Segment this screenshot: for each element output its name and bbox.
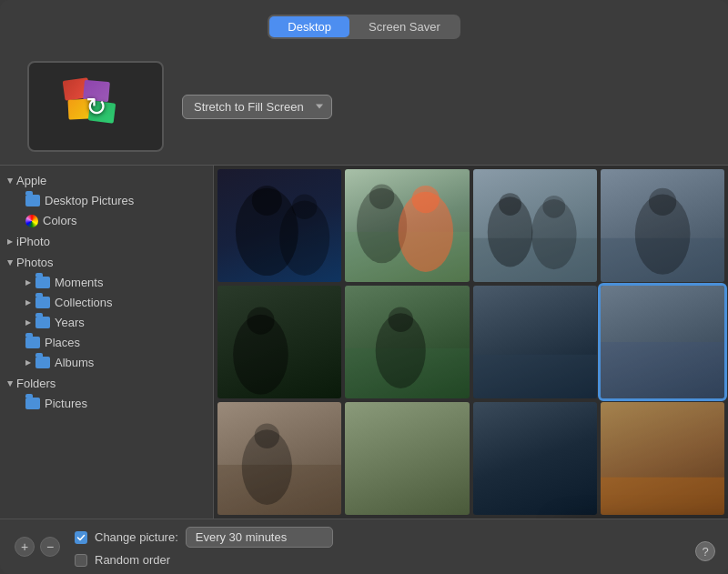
svg-point-8 [412,186,440,213]
remove-button[interactable]: − [40,537,60,557]
sidebar-item-pictures[interactable]: Pictures [4,394,209,413]
photo-cell-10[interactable] [345,402,469,515]
triangle-apple: ▶ [6,178,15,184]
photo-people-2 [345,169,469,282]
photo-area: When logging in When waking from sleep E… [214,166,728,519]
sidebar-item-collections[interactable]: ▶ Collections [4,293,209,312]
photo-people-8 [601,286,724,398]
sidebar-section-apple: ▶ Apple Desktop Pictures Colors [0,171,213,230]
photo-cell-6[interactable] [345,286,469,398]
controls-area: Stretch to Fill Screen Fill Screen Fit t… [182,95,332,119]
folder-icon-collections [35,297,50,308]
triangle-iphoto: ▶ [7,237,13,246]
photo-people-4 [601,169,724,282]
sidebar-label-pictures: Pictures [45,397,87,410]
add-button[interactable]: + [15,537,35,557]
svg-rect-22 [473,355,597,398]
photo-cell-4[interactable] [601,169,724,282]
preview-row: ↻ Stretch to Fill Screen Fill Screen Fit… [0,52,728,165]
svg-point-21 [389,307,414,332]
tab-desktop[interactable]: Desktop [269,16,349,37]
folder-icon-pictures [25,398,40,409]
triangle-photos: ▶ [6,260,15,266]
svg-point-26 [255,423,280,448]
folder-icon-desktop-pictures [25,195,40,206]
photo-cell-5[interactable] [217,286,341,398]
stretch-dropdown-wrapper[interactable]: Stretch to Fill Screen Fill Screen Fit t… [182,95,332,119]
sidebar-section-iphoto: ▶ iPhoto [0,232,213,251]
help-button[interactable]: ? [695,541,715,561]
svg-point-11 [499,193,521,216]
stretch-dropdown[interactable]: Stretch to Fill Screen Fill Screen Fit t… [182,95,332,119]
svg-point-18 [247,307,274,334]
sidebar-section-photos: ▶ Photos ▶ Moments ▶ Collections ▶ Years [0,253,213,372]
main-content: ▶ Apple Desktop Pictures Colors ▶ iPhoto [0,165,728,519]
folder-icon-places [25,337,40,348]
sidebar-label-collections: Collections [55,296,113,309]
sidebar-group-iphoto[interactable]: ▶ iPhoto [0,232,213,251]
tab-group: Desktop Screen Saver [268,15,460,39]
triangle-collections: ▶ [25,298,31,307]
photo-people-6 [345,286,469,398]
sidebar-item-albums[interactable]: ▶ Albums [4,353,209,372]
photo-cell-2[interactable] [345,169,469,282]
change-picture-checkbox[interactable] [75,531,87,544]
sidebar-label-years: Years [55,316,85,329]
sidebar-label-apple: Apple [16,174,46,187]
svg-point-13 [542,196,565,218]
tab-screensaver[interactable]: Screen Saver [350,16,459,37]
photo-people-9 [217,402,341,515]
sidebar-group-folders[interactable]: ▶ Folders [0,374,213,393]
checkmark-icon [76,533,86,542]
sidebar-label-folders: Folders [16,377,56,390]
sidebar-group-apple[interactable]: ▶ Apple [0,171,213,190]
sidebar-item-places[interactable]: Places [4,333,209,352]
preview-icon: ↻ [59,70,132,143]
random-order-checkbox[interactable] [75,554,87,567]
sidebar-section-folders: ▶ Folders Pictures [0,374,213,413]
svg-point-3 [292,195,318,220]
triangle-years: ▶ [25,318,31,327]
sidebar-group-photos[interactable]: ▶ Photos [0,253,213,272]
top-bar: Desktop Screen Saver [0,0,728,52]
sidebar-item-colors[interactable]: Colors [4,211,209,230]
photo-cell-11[interactable] [473,402,597,515]
photo-people-12 [601,402,724,515]
sidebar-item-desktop-pictures[interactable]: Desktop Pictures [4,191,209,210]
photo-cell-9[interactable] [217,402,341,515]
sidebar-label-places: Places [45,336,80,349]
sidebar-label-photos: Photos [16,256,53,269]
sidebar-item-moments[interactable]: ▶ Moments [4,273,209,292]
svg-rect-28 [601,478,724,515]
sidebar: ▶ Apple Desktop Pictures Colors ▶ iPhoto [0,166,214,519]
random-order-row: Random order [75,553,713,567]
triangle-folders: ▶ [6,381,15,387]
change-picture-label: Change picture: [95,530,178,544]
sidebar-label-desktop-pictures: Desktop Pictures [45,194,134,207]
sidebar-label-colors: Colors [43,214,77,227]
triangle-moments: ▶ [25,278,31,287]
photo-cell-12[interactable] [601,402,724,515]
folder-icon-albums [35,357,50,368]
svg-point-6 [369,185,395,210]
photo-cell-7[interactable] [473,286,597,398]
sidebar-label-moments: Moments [55,276,103,289]
photo-cell-8[interactable] [601,286,724,398]
change-picture-dropdown[interactable]: Every 30 minutes [186,527,333,548]
random-order-label: Random order [95,553,170,567]
bottom-bar: + − Change picture: Every 30 minutes Ran… [0,519,728,574]
folder-icon-years [35,317,50,328]
rainbow-icon-colors [25,215,38,227]
folder-icon-moments [35,277,50,288]
svg-rect-23 [601,342,724,398]
photo-grid [214,166,728,519]
photo-cell-3[interactable] [473,169,597,282]
sidebar-label-albums: Albums [55,356,94,369]
triangle-albums: ▶ [25,358,31,367]
photo-people-5 [217,286,341,398]
photo-cell-1[interactable] [217,169,341,282]
bottom-controls: Change picture: Every 30 minutes Random … [75,527,713,567]
sidebar-label-iphoto: iPhoto [16,235,50,248]
change-picture-row: Change picture: Every 30 minutes [75,527,713,548]
sidebar-item-years[interactable]: ▶ Years [4,313,209,332]
